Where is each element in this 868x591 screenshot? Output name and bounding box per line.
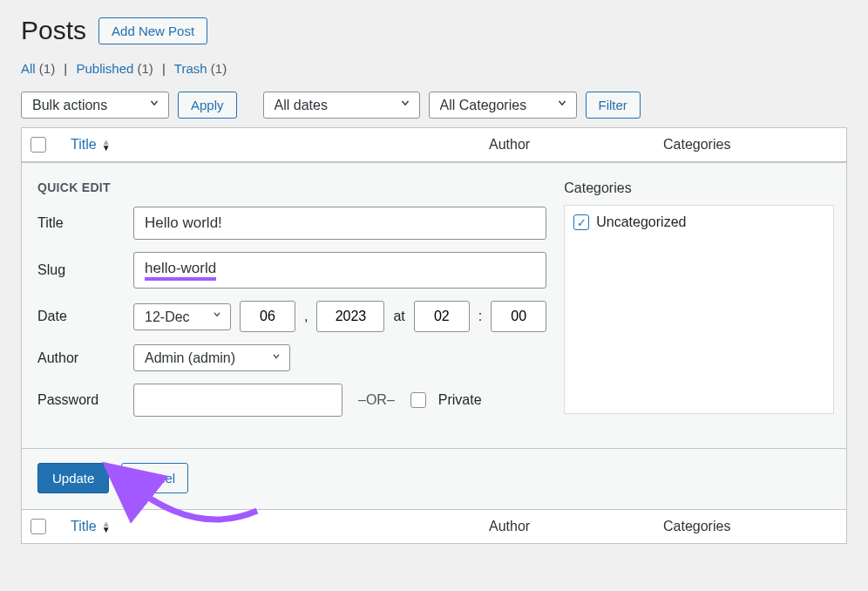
author-select[interactable]: Admin (admin) (133, 344, 290, 371)
date-label: Date (37, 309, 121, 324)
column-header-title-bottom[interactable]: Title ▲▼ (71, 519, 489, 534)
uncategorized-label: Uncategorized (596, 214, 686, 230)
date-filter-select[interactable]: All dates (263, 92, 420, 119)
year-input[interactable] (316, 301, 384, 332)
filter-trash-link[interactable]: Trash (174, 61, 207, 76)
column-header-categories-bottom[interactable]: Categories (663, 519, 837, 534)
categories-panel[interactable]: ✓ Uncategorized (564, 205, 834, 414)
filter-button[interactable]: Filter (586, 92, 641, 119)
select-all-checkbox[interactable] (31, 137, 46, 153)
column-header-author-bottom[interactable]: Author (489, 519, 663, 534)
update-button[interactable]: Update (37, 463, 109, 493)
slug-input[interactable]: hello-world (145, 260, 216, 281)
hour-input[interactable] (414, 301, 470, 332)
slug-label: Slug (37, 262, 121, 278)
filter-all-count: (1) (39, 61, 55, 76)
filter-trash-count: (1) (211, 61, 227, 76)
filter-all-link[interactable]: All (21, 61, 36, 76)
author-label: Author (37, 350, 121, 366)
private-checkbox[interactable] (410, 392, 426, 408)
column-header-categories[interactable]: Categories (663, 137, 837, 153)
title-label: Title (37, 215, 121, 231)
quick-edit-heading: QUICK EDIT (37, 180, 546, 194)
or-label: –OR– (355, 392, 398, 408)
filter-published-link[interactable]: Published (76, 61, 133, 76)
minute-input[interactable] (491, 301, 546, 332)
password-label: Password (37, 392, 121, 408)
quick-edit-panel: QUICK EDIT Title Slug hello-world Date 1… (22, 162, 846, 448)
password-input[interactable] (133, 384, 342, 417)
add-new-post-button[interactable]: Add New Post (98, 17, 207, 44)
filter-published-count: (1) (138, 61, 153, 76)
select-all-checkbox-bottom[interactable] (31, 519, 46, 534)
column-header-author[interactable]: Author (489, 137, 663, 153)
page-title: Posts (21, 16, 86, 45)
category-filter-select[interactable]: All Categories (429, 92, 577, 119)
status-filter-links: All (1) | Published (1) | Trash (1) (21, 61, 847, 76)
sort-icon: ▲▼ (102, 139, 111, 151)
at-label: at (393, 309, 404, 324)
apply-button[interactable]: Apply (178, 92, 237, 119)
sort-icon: ▲▼ (102, 520, 111, 533)
month-select[interactable]: 12-Dec (133, 303, 231, 330)
day-input[interactable] (240, 301, 295, 332)
title-input[interactable] (133, 207, 546, 240)
categories-heading: Categories (564, 180, 834, 196)
column-header-title[interactable]: Title ▲▼ (71, 137, 489, 153)
cancel-button[interactable]: Cancel (121, 463, 188, 493)
private-label: Private (438, 392, 482, 408)
uncategorized-checkbox[interactable]: ✓ (573, 214, 589, 230)
bulk-actions-select[interactable]: Bulk actions (21, 92, 169, 119)
